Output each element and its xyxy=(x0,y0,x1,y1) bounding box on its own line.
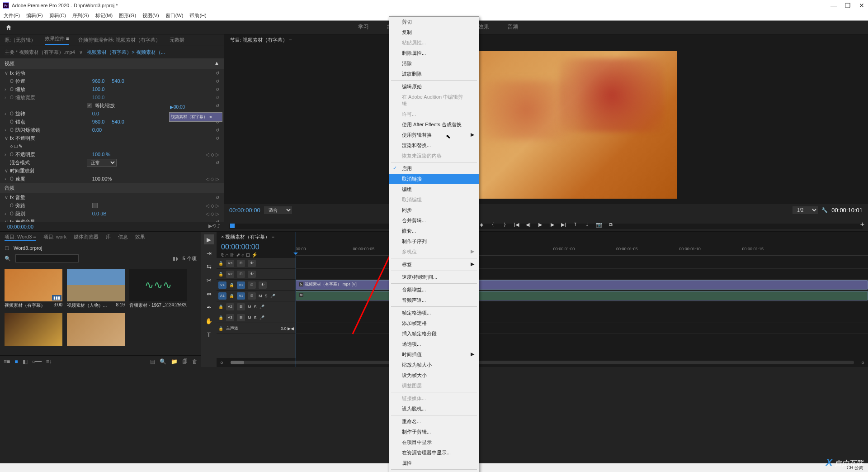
effect-footer-icons[interactable]: ▶⟲ ⤴ xyxy=(208,223,220,230)
tab-effect-controls[interactable]: 效果控件 ≡ xyxy=(45,35,69,45)
bin-item[interactable] xyxy=(5,313,62,346)
menu-window[interactable]: 窗口(W) xyxy=(165,12,184,19)
ctx-item[interactable]: 删除属性... xyxy=(389,48,479,58)
menu-help[interactable]: 帮助(H) xyxy=(189,12,206,19)
tab-metadata[interactable]: 元数据 xyxy=(170,37,184,43)
ctx-item[interactable]: 添加帧定格 xyxy=(389,318,479,329)
ctx-item[interactable]: 清除 xyxy=(389,58,479,69)
track-a1[interactable]: A1🔒A1⊟MS🎤 xyxy=(217,291,296,301)
ctx-item[interactable]: 音频增益... xyxy=(389,285,479,295)
selection-tool-icon[interactable]: ▶ xyxy=(204,234,214,244)
slip-tool-icon[interactable]: ⇔ xyxy=(204,289,214,299)
uniform-checkbox[interactable] xyxy=(87,103,92,108)
ctx-item[interactable]: 插入帧定格分段 xyxy=(389,329,479,339)
ctx-item[interactable]: 设为帧大小 xyxy=(389,370,479,381)
menu-marker[interactable]: 标记(M) xyxy=(95,12,113,19)
mark-out-icon[interactable]: } xyxy=(501,220,509,229)
ctx-item[interactable]: 制作子剪辑... xyxy=(389,427,479,437)
ctx-item[interactable]: 时间插值▶ xyxy=(389,349,479,360)
tab-source[interactable]: 源:（无剪辑） xyxy=(5,37,36,43)
tab-media-browser[interactable]: 媒体浏览器 xyxy=(74,234,99,241)
timeline-zoom[interactable] xyxy=(231,361,854,364)
ctx-item[interactable]: 设为脱机... xyxy=(389,404,479,414)
minimize-button[interactable]: — xyxy=(830,2,837,9)
effect-tc[interactable]: 00:00:00:00 xyxy=(4,223,37,230)
timeline-ruler[interactable]: 00:00 00:00:00:05 00:00:01:00 00:00:01:0… xyxy=(296,245,868,256)
ctx-item[interactable]: 在项目中显示 xyxy=(389,437,479,448)
workspace-effects[interactable]: 效果 xyxy=(478,20,489,34)
bin-item[interactable]: ▮▮▮ 视频素材（有字幕）3:00 xyxy=(5,269,62,309)
new-item-icon[interactable]: 🗐 xyxy=(182,358,188,365)
timeline-options[interactable]: ⅊ ∩ ⊪ ⬈ ⟐ ⊡ ⚡ xyxy=(217,252,296,258)
fx-timeremap[interactable]: ∨时间重映射 xyxy=(0,167,224,175)
ctx-item[interactable]: 标签▶ xyxy=(389,259,479,270)
freeform-icon[interactable]: ◧ xyxy=(23,358,28,365)
goto-in-icon[interactable]: |◀ xyxy=(513,220,521,229)
ctx-item[interactable]: 使用 After Effects 合成替换 xyxy=(389,119,479,130)
filter-icon[interactable]: ▮◗ xyxy=(173,256,178,262)
tab-effects[interactable]: 效果 xyxy=(135,234,145,241)
auto-seq-icon[interactable]: ▤ xyxy=(150,358,155,365)
ctx-item[interactable]: 合并剪辑... xyxy=(389,215,479,226)
step-back-icon[interactable]: ◀| xyxy=(524,220,533,229)
menu-sequence[interactable]: 序列(S) xyxy=(72,12,89,19)
prop-scale[interactable]: ›Ö缩放100.0↺ xyxy=(0,85,224,93)
ctx-item[interactable]: 波纹删除 xyxy=(389,69,479,79)
ctx-item[interactable]: 同步 xyxy=(389,205,479,215)
workspace-audio[interactable]: 音频 xyxy=(507,20,518,34)
timeline-tab[interactable]: × 视频素材（有字幕） ≡ xyxy=(221,234,274,240)
ctx-item[interactable]: ✓启用 xyxy=(389,163,479,174)
home-icon[interactable] xyxy=(5,24,13,31)
track-select-tool-icon[interactable]: ⇥ xyxy=(204,248,214,258)
zoom-in-icon[interactable]: ○ xyxy=(861,360,864,365)
timeline-tc[interactable]: 00:00:00:00 xyxy=(217,242,296,252)
ctx-item[interactable]: 使用剪辑替换▶ xyxy=(389,130,479,140)
tab-project[interactable]: 项目: Word3 ≡ xyxy=(5,234,36,241)
ctx-item[interactable]: 重命名... xyxy=(389,416,479,427)
track-a2[interactable]: 🔒A2⊟MS🎤 xyxy=(217,301,296,312)
tab-info[interactable]: 信息 xyxy=(118,234,128,241)
prop-bypass[interactable]: Ö旁路◁ ◇ ▷ xyxy=(0,201,224,210)
hand-tool-icon[interactable]: ✋ xyxy=(204,316,214,326)
lift-icon[interactable]: ⤒ xyxy=(571,220,580,229)
maximize-button[interactable]: ❐ xyxy=(845,2,851,9)
settings-icon[interactable]: 🔧 xyxy=(821,207,828,213)
timeline-content[interactable]: fx视频素材（有字幕）.mp4 [V] fx xyxy=(296,258,868,358)
bin-item[interactable] xyxy=(67,313,125,346)
workspace-learn[interactable]: 学习 xyxy=(358,20,369,34)
ctx-item[interactable]: 渲染和替换... xyxy=(389,140,479,151)
prop-level[interactable]: ›Ö级别0.0 dB◁ ◇ ▷ xyxy=(0,210,224,218)
track-a3[interactable]: 🔒A3⊟MS🎤 xyxy=(217,312,296,323)
fit-select[interactable]: 适合 xyxy=(264,206,292,214)
prop-flicker[interactable]: ›Ö防闪烁滤镜0.00↺ xyxy=(0,126,224,134)
ctx-item[interactable]: 编组 xyxy=(389,184,479,195)
close-button[interactable]: ✕ xyxy=(859,2,864,9)
zoom-out-icon[interactable]: ○ xyxy=(220,360,223,365)
ctx-item[interactable]: 速度/持续时间... xyxy=(389,272,479,282)
ctx-item[interactable]: 缩放为帧大小 xyxy=(389,360,479,370)
play-icon[interactable]: ▶ xyxy=(536,220,544,229)
ctx-item[interactable]: 音频声道... xyxy=(389,295,479,305)
ctx-item[interactable]: 帧定格选项... xyxy=(389,308,479,318)
ctx-item[interactable]: 场选项... xyxy=(389,339,479,349)
step-fwd-icon[interactable]: |▶ xyxy=(548,220,556,229)
fx-volume[interactable]: ∨fx 音量↺ xyxy=(0,193,224,201)
program-tc-in[interactable]: 00:00:00:00 xyxy=(229,207,260,214)
pen-tool-icon[interactable]: ✒ xyxy=(204,302,214,312)
ctx-item[interactable]: 嵌套... xyxy=(389,226,479,236)
mini-clip[interactable]: 视频素材（有字幕）.m xyxy=(169,112,222,122)
prop-opacity[interactable]: ›Ö不透明度100.0 %◁ ◇ ▷ xyxy=(0,150,224,158)
ripple-tool-icon[interactable]: ⇆ xyxy=(204,262,214,272)
menu-view[interactable]: 视图(V) xyxy=(142,12,159,19)
program-tab[interactable]: 节目: 视频素材（有字幕） ≡ xyxy=(224,34,868,46)
prop-scale-w[interactable]: ›Ö缩放宽度100.0↺ xyxy=(0,93,224,101)
track-v3[interactable]: 🔒V3⊟👁 xyxy=(217,258,296,269)
ctx-item[interactable]: 属性 xyxy=(389,458,479,468)
ctx-item[interactable]: 剪切 xyxy=(389,17,479,27)
menu-clip[interactable]: 剪辑(C) xyxy=(49,12,66,19)
tab-audio-mixer[interactable]: 音频剪辑混合器: 视频素材（有字幕） xyxy=(78,37,160,43)
razor-tool-icon[interactable]: ✂ xyxy=(204,275,214,285)
extract-icon[interactable]: ⤓ xyxy=(583,220,591,229)
playhead[interactable] xyxy=(296,232,296,367)
ctx-item[interactable]: 取消链接 xyxy=(389,174,479,184)
